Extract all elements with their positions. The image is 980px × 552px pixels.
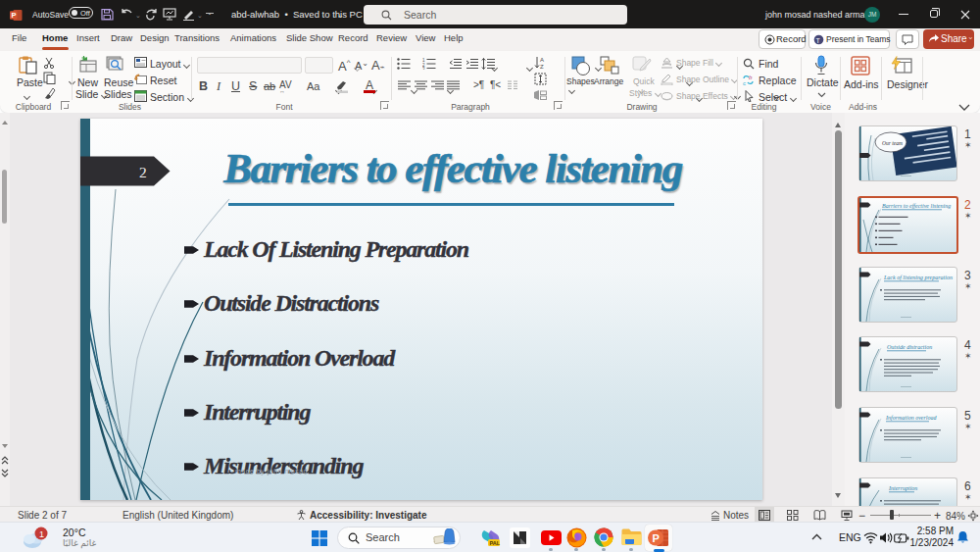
svg-text:P: P: [12, 11, 17, 20]
svg-text:Our team: Our team: [882, 140, 903, 146]
svg-text:P: P: [653, 532, 660, 544]
svg-text:2: 2: [139, 164, 147, 180]
svg-text:Interruption: Interruption: [888, 485, 917, 491]
svg-text:Z: Z: [540, 64, 544, 70]
svg-text:Outside distraction: Outside distraction: [887, 344, 932, 350]
svg-text:Lack of listening preparation: Lack of listening preparation: [883, 275, 953, 280]
svg-text:Information overload: Information overload: [885, 415, 937, 421]
svg-text:c: c: [743, 80, 746, 86]
svg-text:Barriers to effective listenin: Barriers to effective listening: [882, 203, 951, 209]
svg-text:PAL: PAL: [490, 540, 501, 546]
svg-text:T: T: [816, 37, 821, 44]
svg-text:A: A: [540, 57, 544, 63]
svg-text:1: 1: [39, 529, 44, 539]
svg-text:3: 3: [422, 67, 425, 71]
svg-text:b: b: [749, 75, 753, 80]
